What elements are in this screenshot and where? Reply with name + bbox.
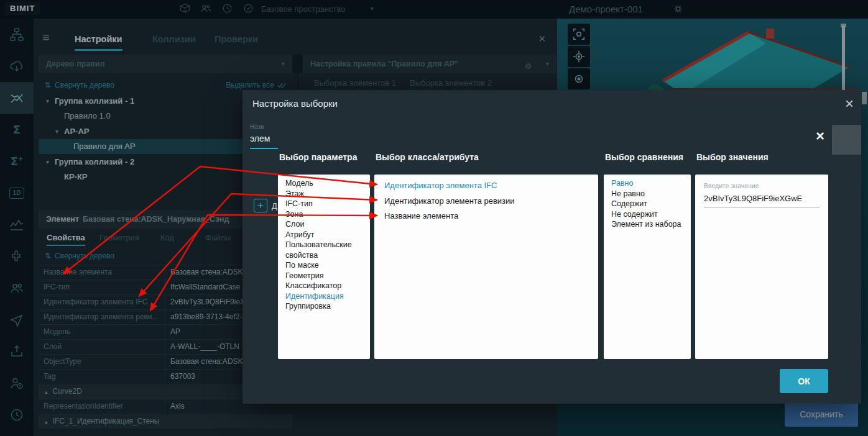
option-item[interactable]: Атрибут <box>278 230 370 240</box>
options-list: Идентификатор элемента IFCИдентификатор … <box>374 175 598 359</box>
option-item[interactable]: Модель <box>278 178 370 189</box>
plus-icon: + <box>254 199 267 212</box>
option-item[interactable]: Пользовательские свойства <box>278 240 370 260</box>
option-item[interactable]: Название элемента <box>374 209 598 224</box>
value-column: Выбор значения Введите значение 2vBIvTy3… <box>695 152 828 359</box>
option-item[interactable]: Классификатор <box>278 281 370 291</box>
option-item[interactable]: IFC-тип <box>278 199 370 209</box>
name-field-underline <box>250 148 278 149</box>
ok-button[interactable]: ОК <box>780 369 828 393</box>
option-item[interactable]: Идентификатор элемента ревизии <box>374 194 598 209</box>
option-item[interactable]: Геометрия <box>278 271 370 281</box>
option-item[interactable]: По маске <box>278 260 370 271</box>
modal-title: Настройка выборки <box>252 98 338 109</box>
options-list: МодельЭтажIFC-типЗонаСлоиАтрибутПользова… <box>278 175 370 359</box>
add-button-fragment[interactable]: + Д <box>254 199 277 212</box>
column-header: Выбор параметра <box>278 152 370 165</box>
option-item[interactable]: Идентификатор элемента IFC <box>374 178 598 194</box>
option-item[interactable]: Элемент из набора <box>604 219 691 230</box>
selection-settings-modal: Настройка выборки × × Назв элем + Д Выбо… <box>242 90 861 404</box>
option-item[interactable]: Идентификация <box>278 291 370 302</box>
background-panel-fragment <box>832 125 861 155</box>
selection-column: Выбор сравненияРавноНе равноСодержитНе с… <box>604 152 691 359</box>
modal-close-icon[interactable]: × <box>845 95 854 112</box>
option-item[interactable]: Группировка <box>278 301 370 312</box>
name-field-label: Назв <box>250 124 278 130</box>
option-item[interactable]: Слои <box>278 219 370 230</box>
value-card: Введите значение 2vBIvTy3L9Q8FiF9ieXGwE <box>695 175 828 359</box>
column-header: Выбор значения <box>695 152 828 165</box>
options-list: РавноНе равноСодержитНе содержитЭлемент … <box>604 175 691 359</box>
option-item[interactable]: Равно <box>604 178 691 189</box>
option-item[interactable]: Не содержит <box>604 209 691 220</box>
name-field-value: элем <box>250 134 278 143</box>
option-item[interactable]: Не равно <box>604 189 691 199</box>
column-header: Выбор сравнения <box>604 152 691 165</box>
option-item[interactable]: Этаж <box>278 189 370 199</box>
option-item[interactable]: Содержит <box>604 199 691 209</box>
add-label-fragment: Д <box>272 201 277 211</box>
app-screen: BIMIT Базовое пространство ▾ Демо-проект… <box>0 0 868 436</box>
selection-column: Выбор параметраМодельЭтажIFC-типЗонаСлои… <box>278 152 370 359</box>
option-item[interactable]: Зона <box>278 209 370 220</box>
name-field-fragment[interactable]: Назв элем <box>250 124 278 149</box>
selection-column: Выбор класса/атрибутаИдентификатор элеме… <box>374 152 598 359</box>
value-input-label: Введите значение <box>704 182 820 189</box>
inner-dialog-close-icon[interactable]: × <box>816 127 824 145</box>
column-header: Выбор класса/атрибута <box>374 152 598 165</box>
value-input[interactable]: 2vBIvTy3L9Q8FiF9ieXGwE <box>704 194 820 207</box>
